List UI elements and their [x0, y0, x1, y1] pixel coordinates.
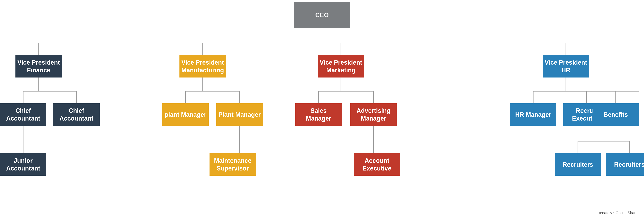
watermark: creately • Online Sharing — [599, 210, 640, 215]
maintenance-supervisor-node: Maintenance Supervisor — [210, 153, 256, 176]
recruiters-2-label: Recruiters — [614, 161, 644, 168]
recruiters-1-node: Recruiters — [555, 153, 601, 176]
plant-manager-2-node: Plant Manager — [216, 103, 263, 126]
vp-hr-node: Vice President HR — [543, 55, 589, 77]
vp-marketing-node: Vice President Marketing — [318, 55, 364, 77]
plant-manager-1-node: plant Manager — [162, 103, 209, 126]
plant-mgr-1-label: plant Manager — [164, 111, 206, 119]
watermark-suffix: • Online Sharing — [612, 211, 640, 215]
org-chart: CEO Vice President Finance Vice Presiden… — [0, 0, 644, 217]
vp-manufacturing-label: Vice President Manufacturing — [181, 59, 224, 74]
hr-manager-node: HR Manager — [510, 103, 556, 126]
ceo-node: CEO — [294, 2, 350, 28]
junior-accountant-node: Junior Accountant — [0, 153, 46, 176]
recruiters-1-label: Recruiters — [562, 161, 593, 168]
chief-acc-1-label: Chief Accountant — [2, 107, 45, 122]
ceo-label: CEO — [315, 11, 329, 19]
benefits-label: Benefits — [604, 111, 628, 119]
acc-exec-label: Account Executive — [356, 157, 398, 172]
account-executive-node: Account Executive — [354, 153, 400, 176]
vp-marketing-label: Vice President Marketing — [320, 59, 362, 74]
vp-finance-label: Vice President Finance — [17, 59, 60, 74]
watermark-brand: creately — [599, 211, 612, 215]
advertising-manager-node: Advertising Manager — [350, 103, 397, 126]
vp-finance-node: Vice President Finance — [16, 55, 62, 77]
junior-acc-label: Junior Accountant — [2, 157, 45, 172]
plant-mgr-2-label: Plant Manager — [218, 111, 261, 119]
adv-mgr-label: Advertising Manager — [352, 107, 395, 122]
hr-mgr-label: HR Manager — [515, 111, 551, 119]
maint-supervisor-label: Maintenance Supervisor — [211, 157, 254, 172]
benefits-node: Benefits — [592, 103, 639, 126]
vp-manufacturing-node: Vice President Manufacturing — [180, 55, 226, 77]
recruiters-2-node: Recruiters — [606, 153, 644, 176]
sales-mgr-label: Sales Manager — [297, 107, 340, 122]
chief-acc-2-label: Chief Accountant — [55, 107, 98, 122]
vp-hr-label: Vice President HR — [544, 59, 587, 74]
sales-manager-node: Sales Manager — [296, 103, 342, 126]
chief-accountant-1-node: Chief Accountant — [0, 103, 46, 126]
chief-accountant-2-node: Chief Accountant — [53, 103, 100, 126]
